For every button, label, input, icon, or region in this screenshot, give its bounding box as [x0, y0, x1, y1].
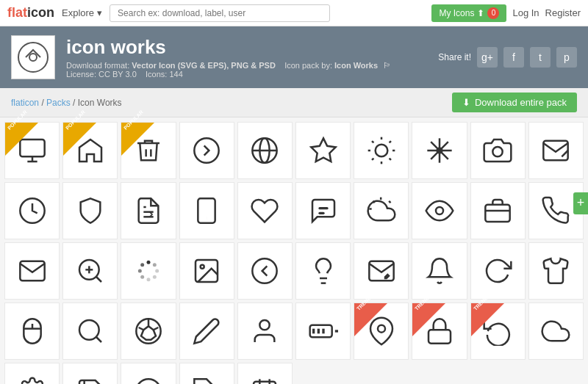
svg-line-15 — [372, 141, 373, 142]
icon-floppy[interactable] — [62, 363, 118, 384]
breadcrumb-bar: flaticon / Packs / Icon Works ⬇ Download… — [0, 88, 588, 117]
twitter-button[interactable]: t — [530, 47, 551, 68]
svg-point-57 — [253, 258, 277, 283]
breadcrumb-section[interactable]: Packs — [46, 98, 71, 108]
icon-sun[interactable] — [354, 122, 409, 179]
icon-search-plus[interactable] — [62, 242, 118, 300]
icon-chat[interactable] — [295, 182, 351, 239]
pack-title: icon works — [66, 36, 427, 59]
add-icon-button[interactable]: + — [573, 192, 588, 214]
meta-icons: Icons: 144 — [146, 70, 183, 79]
svg-point-0 — [18, 43, 48, 72]
svg-rect-60 — [24, 319, 40, 343]
my-icons-label: My Icons — [439, 8, 474, 18]
icon-document-edit[interactable] — [121, 182, 176, 239]
icon-arrow-right-circle[interactable] — [179, 122, 234, 179]
icon-clock[interactable] — [4, 182, 60, 239]
explore-button[interactable]: Explore ▾ — [62, 7, 102, 18]
icon-monitor[interactable]: POPULAR — [4, 122, 60, 179]
icon-gear[interactable] — [4, 363, 60, 384]
download-pack-button[interactable]: ⬇ Download entire pack — [452, 93, 577, 112]
icon-briefcase[interactable] — [470, 182, 526, 239]
google-plus-button[interactable]: g+ — [477, 47, 498, 68]
icon-search[interactable] — [62, 303, 118, 360]
icon-soccer[interactable] — [121, 303, 176, 360]
header-right: My Icons ⬆ 0 Log In Register — [431, 4, 581, 22]
svg-point-66 — [260, 320, 270, 330]
meta-format-label: Download format: — [66, 61, 129, 70]
icon-globe[interactable] — [237, 122, 293, 179]
icon-map-pin[interactable]: TRENDING — [354, 303, 409, 360]
search-input[interactable] — [110, 4, 330, 22]
share-label: Share it! — [438, 52, 471, 62]
icon-lock[interactable]: TRENDING — [412, 303, 467, 360]
icon-envelope[interactable] — [4, 242, 60, 300]
logo-icon-text: icon — [27, 5, 54, 20]
icon-mouse[interactable] — [4, 303, 60, 360]
icon-refresh[interactable] — [470, 242, 526, 300]
svg-rect-33 — [318, 207, 328, 209]
icon-image[interactable] — [179, 242, 234, 300]
icon-user[interactable] — [237, 303, 293, 360]
breadcrumb-home[interactable]: flaticon — [11, 98, 39, 108]
svg-point-12 — [375, 145, 387, 157]
icon-cloud-sun[interactable] — [354, 182, 409, 239]
icon-shirt[interactable] — [528, 242, 584, 300]
icon-pencil[interactable] — [179, 303, 234, 360]
svg-point-51 — [146, 278, 150, 281]
register-button[interactable]: Register — [545, 7, 581, 18]
download-icon: ⬇ — [462, 97, 470, 108]
icon-play-circle[interactable] — [121, 363, 176, 384]
icon-mobile[interactable] — [179, 182, 234, 239]
pack-header: icon works Download format: Vector Icon … — [0, 26, 588, 88]
icons-grid: POPULAR POPULAR POPULAR — [0, 117, 588, 384]
icon-bell[interactable] — [412, 242, 467, 300]
icon-loading[interactable] — [121, 242, 176, 300]
icon-mail-edit[interactable] — [354, 242, 409, 300]
icon-snowflake[interactable] — [412, 122, 467, 179]
icon-eye[interactable] — [412, 182, 467, 239]
meta-format-value: Vector Icon (SVG & EPS), PNG & PSD — [132, 61, 276, 70]
pack-logo — [11, 35, 55, 79]
icon-heart[interactable] — [237, 182, 293, 239]
icon-cloud[interactable] — [528, 303, 584, 360]
download-pack-label: Download entire pack — [475, 97, 567, 108]
icon-calendar[interactable] — [237, 363, 293, 384]
breadcrumb: flaticon / Packs / Icon Works — [11, 98, 122, 108]
meta-license: License: CC BY 3.0 — [66, 70, 137, 79]
logo: flaticon — [7, 5, 54, 21]
login-button[interactable]: Log In — [512, 7, 539, 18]
pinterest-button[interactable]: p — [556, 47, 577, 68]
svg-rect-34 — [318, 212, 324, 214]
meta-pack-label: Icon pack by: — [284, 61, 332, 70]
svg-line-36 — [373, 201, 374, 203]
search-bar — [110, 4, 424, 22]
icon-tag[interactable] — [179, 363, 234, 384]
meta-flag: 🏳 — [383, 61, 391, 70]
icon-mail-check[interactable] — [528, 122, 584, 179]
svg-rect-40 — [486, 205, 510, 222]
svg-point-48 — [153, 263, 157, 267]
facebook-button[interactable]: f — [503, 47, 524, 68]
icon-star[interactable] — [295, 122, 351, 179]
explore-label: Explore — [62, 7, 94, 18]
icon-shield[interactable] — [62, 182, 118, 239]
svg-point-53 — [138, 269, 142, 273]
icon-camera[interactable] — [470, 122, 526, 179]
icon-refresh2[interactable]: TRENDING — [470, 303, 526, 360]
icon-trash[interactable]: POPULAR — [121, 122, 176, 179]
svg-line-44 — [96, 277, 101, 282]
icon-home[interactable]: POPULAR — [62, 122, 118, 179]
svg-point-26 — [493, 147, 503, 156]
upload-icon: ⬆ — [477, 8, 484, 18]
icon-lightbulb[interactable] — [295, 242, 351, 300]
svg-marker-11 — [311, 138, 335, 162]
icon-battery[interactable] — [295, 303, 351, 360]
chevron-down-icon: ▾ — [97, 7, 102, 18]
my-icons-button[interactable]: My Icons ⬆ 0 — [431, 4, 506, 22]
icon-arrow-left-circle[interactable] — [237, 242, 293, 300]
svg-point-54 — [140, 263, 144, 267]
pack-info: icon works Download format: Vector Icon … — [66, 36, 427, 79]
svg-point-63 — [79, 320, 99, 340]
svg-line-38 — [389, 201, 390, 203]
